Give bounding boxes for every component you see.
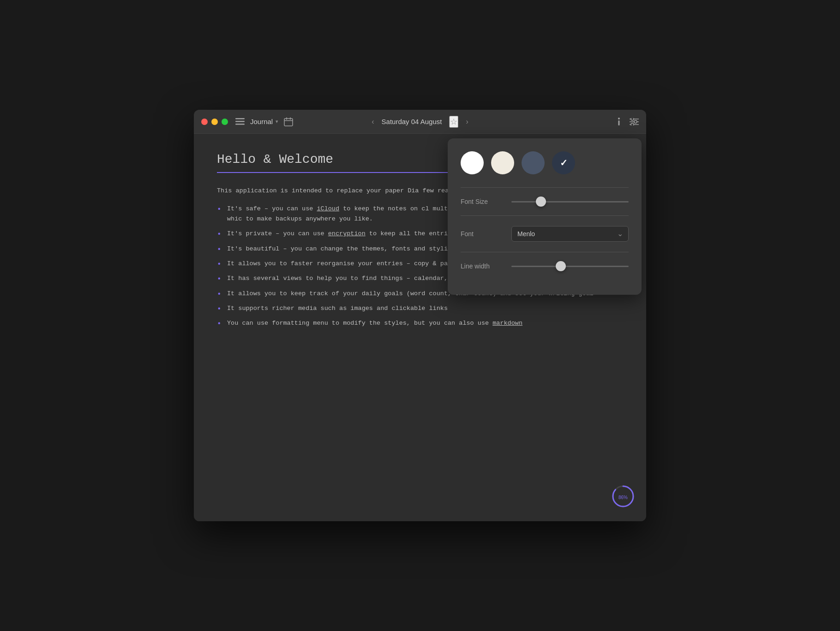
encryption-link[interactable]: encryption [328, 230, 366, 237]
theme-swatches [461, 151, 629, 174]
maximize-button[interactable] [222, 119, 228, 125]
font-select[interactable]: Menlo Georgia Helvetica Times New Roman … [511, 226, 629, 242]
svg-rect-3 [284, 119, 293, 126]
minimize-button[interactable] [211, 119, 218, 125]
svg-point-14 [631, 123, 634, 125]
close-button[interactable] [201, 119, 208, 125]
settings-divider [461, 187, 629, 188]
line-width-label: Line width [461, 262, 511, 270]
font-size-slider-track [511, 201, 629, 202]
line-width-row: Line width [461, 262, 629, 270]
line-width-slider-thumb[interactable] [556, 261, 566, 271]
sidebar-toggle-button[interactable] [235, 118, 245, 125]
line-width-slider-track [511, 266, 629, 267]
current-date: Saturday 04 August [382, 118, 442, 125]
traffic-lights [201, 119, 228, 125]
line-width-slider-container[interactable] [511, 266, 629, 267]
titlebar: Journal ▾ ‹ Saturday 04 August ☆ › [194, 110, 646, 134]
list-item: You can use formatting menu to modify th… [217, 318, 623, 328]
settings-button[interactable] [630, 118, 639, 125]
main-area: Hello & Welcome This application is inte… [194, 134, 646, 521]
settings-panel: Font Size Font Menlo Georgia Helvetica T… [448, 138, 642, 295]
journal-label: Journal [250, 118, 273, 125]
journal-menu-button[interactable]: Journal ▾ [250, 118, 278, 125]
toolbar-right [618, 118, 639, 126]
theme-swatch-cream[interactable] [491, 151, 514, 174]
toolbar-center: ‹ Saturday 04 August ☆ › [372, 116, 468, 128]
markdown-link[interactable]: markdown [492, 320, 522, 327]
theme-swatch-white[interactable] [461, 151, 484, 174]
settings-divider-2 [461, 215, 629, 216]
favorite-button[interactable]: ☆ [449, 116, 458, 128]
calendar-button[interactable] [284, 117, 293, 126]
svg-point-7 [618, 118, 620, 119]
font-size-slider-thumb[interactable] [536, 196, 546, 207]
theme-swatch-darker[interactable] [552, 151, 575, 174]
next-date-button[interactable]: › [466, 118, 468, 126]
info-button[interactable] [618, 118, 620, 126]
font-label: Font [461, 230, 511, 238]
font-size-slider-container[interactable] [511, 201, 629, 202]
toolbar-left: Journal ▾ [235, 117, 293, 126]
progress-ring-container: 86% [611, 484, 635, 510]
svg-rect-1 [235, 121, 245, 122]
svg-point-10 [631, 118, 634, 120]
icloud-link[interactable]: iCloud [317, 205, 339, 212]
prev-date-button[interactable]: ‹ [372, 118, 374, 126]
svg-rect-8 [618, 120, 620, 125]
theme-swatch-dark[interactable] [522, 151, 545, 174]
app-window: Journal ▾ ‹ Saturday 04 August ☆ › [194, 110, 646, 521]
svg-rect-0 [235, 118, 245, 119]
font-size-label: Font Size [461, 198, 511, 205]
svg-rect-2 [235, 124, 245, 125]
settings-divider-3 [461, 252, 629, 252]
font-row: Font Menlo Georgia Helvetica Times New R… [461, 226, 629, 242]
font-select-wrapper[interactable]: Menlo Georgia Helvetica Times New Roman … [511, 226, 629, 242]
progress-label: 86% [618, 495, 628, 500]
font-size-row: Font Size [461, 198, 629, 205]
svg-point-12 [634, 120, 637, 123]
list-item: It supports richer media such as images … [217, 304, 623, 314]
chevron-down-icon: ▾ [276, 119, 278, 125]
